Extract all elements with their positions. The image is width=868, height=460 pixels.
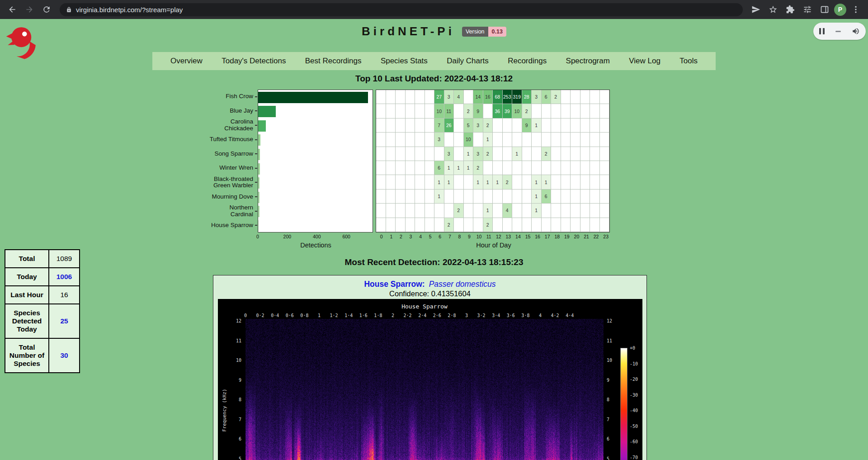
heatmap-cell: 1 [512,147,522,161]
detection-confidence: Confidence: 0.41351604 [213,289,646,298]
heatmap-cell [542,204,552,218]
hour-xtick: 8 [455,234,465,240]
nav-item-today-s-detections[interactable]: Today's Detections [222,57,286,66]
side-panel-button[interactable] [817,2,832,17]
species-common-name[interactable]: House Sparrow: [364,280,425,289]
browser-menu-button[interactable] [848,2,863,17]
heatmap-cell: 10 [464,133,474,147]
detections-bar-song-sparrow [258,149,260,160]
heatmap-cell [561,204,571,218]
heatmap-cell: 4 [454,90,464,104]
stat-label: Total Number of Species [5,338,49,373]
spec-ytick-left: 10 [222,358,241,363]
heatmap-cell: 1 [434,190,444,204]
kebab-menu-icon [851,5,860,14]
heatmap-cell [522,147,532,161]
heatmap-cell [532,147,542,161]
heatmap-cell: 1 [532,190,542,204]
heatmap-cell [561,175,571,189]
heatmap-cell: 11 [444,104,454,118]
colorbar-tick: -50 [630,424,638,429]
heatmap-cell [551,218,561,232]
detections-bar-blue-jay [258,106,276,117]
heatmap-cell [590,218,600,232]
extensions-button[interactable] [783,2,798,17]
heatmap-cell [590,204,600,218]
heatmap-cell [600,161,610,175]
heatmap-cell: 319 [512,90,522,104]
colorbar-tick: -60 [630,439,638,444]
bookmark-button[interactable] [765,2,781,17]
nav-item-recordings[interactable]: Recordings [508,57,547,66]
bar-xtick: 200 [283,234,292,239]
heatmap-cell [376,204,386,218]
heatmap-cell [512,161,522,175]
species-label-mourning-dove: Mourning Dove [198,190,258,204]
back-button[interactable] [5,2,20,17]
forward-button[interactable] [22,2,37,17]
heatmap-cell [512,218,522,232]
heatmap-cell [386,133,396,147]
nav-item-spectrogram[interactable]: Spectrogram [566,57,610,66]
detections-bar-carolina-chickadee [258,120,266,132]
heatmap-cell [590,161,600,175]
hour-xtick: 15 [523,234,533,240]
heatmap-cell [551,204,561,218]
spec-xtick: 1 [318,313,321,318]
heatmap-cell [571,119,580,133]
heatmap-cell [376,161,386,175]
hour-xtick: 14 [513,234,523,240]
hour-xtick: 17 [542,234,552,240]
nav-item-tools[interactable]: Tools [679,57,698,66]
heatmap-cell [464,204,474,218]
heatmap-cell [376,104,386,118]
spec-xtick: 4 [539,313,542,318]
heatmap-cell [406,90,415,104]
extension-shortcut-button[interactable] [800,2,815,17]
heatmap-cell [396,190,406,204]
hour-xtick: 10 [474,234,484,240]
hour-xtick: 7 [445,234,455,240]
heatmap-cell [406,218,415,232]
heatmap-cell [376,133,386,147]
heatmap-cell [580,204,590,218]
spectrogram-ylabel: Frequency (kHz) [222,379,227,442]
nav-item-species-stats[interactable]: Species Stats [381,57,428,66]
heatmap-cell [522,218,532,232]
heatmap-cell [425,204,435,218]
heatmap-cell [503,161,513,175]
reload-button[interactable] [39,2,54,17]
heatmap-cell [396,104,406,118]
stat-value[interactable]: 30 [49,338,80,373]
spec-xtick: 4·4 [566,313,574,318]
tune-icon [803,5,812,14]
nav-item-view-log[interactable]: View Log [629,57,660,66]
stat-value[interactable]: 25 [49,304,80,338]
heatmap-cell [542,119,552,133]
spec-xtick: 1·4 [344,313,353,318]
heatmap-cell [386,218,396,232]
heatmap-cell [425,90,435,104]
heatmap-cell [376,218,386,232]
nav-item-best-recordings[interactable]: Best Recordings [305,57,362,66]
address-bar[interactable]: virginia.birdnetpi.com/?stream=play [60,3,743,16]
share-button[interactable] [748,2,764,17]
species-label-song-sparrow: Song Sparrow [198,147,258,161]
heatmap-cell [396,175,406,189]
heatmap-cell [503,119,513,133]
heatmap-cell [425,133,435,147]
stat-value[interactable]: 1006 [49,268,80,286]
heatmap-cell: 1 [464,147,474,161]
heatmap-cell [522,161,532,175]
hour-xtick: 20 [572,234,582,240]
heatmap-cell [493,119,503,133]
heatmap-cell [580,190,590,204]
profile-avatar[interactable]: P [834,4,846,16]
heatmap-cell: 14 [473,90,483,104]
heatmap-cell [551,161,561,175]
nav-item-daily-charts[interactable]: Daily Charts [447,57,489,66]
bar-xtick: 0 [256,234,259,239]
heatmap-cell [503,133,513,147]
nav-item-overview[interactable]: Overview [170,57,203,66]
hour-xtick: 22 [591,234,601,240]
